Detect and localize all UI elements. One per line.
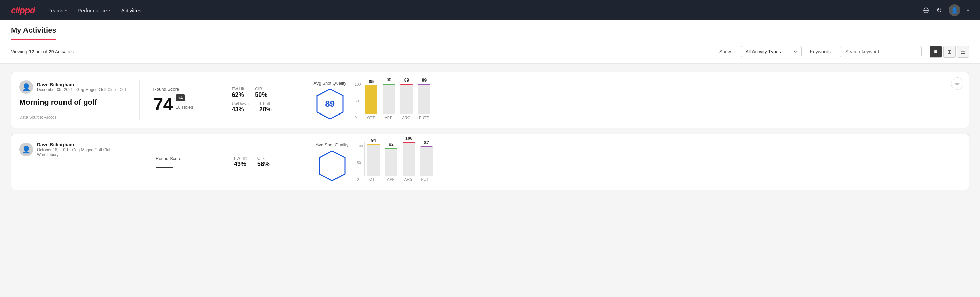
score-badge: +4 xyxy=(175,94,185,101)
viewing-total: 29 xyxy=(49,49,54,54)
user-name: Dave Billingham xyxy=(37,82,126,87)
score-section-2: Round Score xyxy=(156,142,207,182)
score-section: Round Score 74 +4 18 Holes xyxy=(153,80,204,120)
add-icon[interactable]: ⊕ xyxy=(923,5,929,15)
nav-teams[interactable]: Teams ▾ xyxy=(49,8,67,13)
updown-value: 43% xyxy=(232,106,248,113)
avatar-placeholder-icon-2: 👤 xyxy=(22,145,30,153)
updown-stat: Up/Down 43% xyxy=(232,101,248,113)
fw-hit-stat: FW Hit 62% xyxy=(232,87,244,99)
nav-performance[interactable]: Performance ▾ xyxy=(78,8,110,13)
bar-arg-value-2: 106 xyxy=(406,136,412,141)
user-name-2: Dave Billingham xyxy=(37,142,128,147)
activity-card: ✏ 👤 Dave Billingham December 05, 2021 - … xyxy=(11,72,969,128)
y-axis: 100 50 0 xyxy=(355,82,361,120)
gir-stat: GIR 50% xyxy=(255,87,267,99)
label-app-2: APP xyxy=(385,177,397,182)
gir-label: GIR xyxy=(255,87,267,91)
activity-title: Morning round of golf xyxy=(19,98,126,107)
score-value-row: 74 +4 18 Holes xyxy=(153,94,204,113)
card-divider-2 xyxy=(218,80,218,120)
quality-label: Avg Shot Quality xyxy=(313,81,346,86)
user-chevron-icon[interactable]: ▾ xyxy=(967,8,969,13)
quality-hexagon-2 xyxy=(318,150,346,182)
label-ott: OTT xyxy=(365,115,377,120)
main-content: ✏ 👤 Dave Billingham December 05, 2021 - … xyxy=(0,64,980,198)
avatar: 👤 xyxy=(19,80,33,94)
activity-date-2: October 16, 2021 - Gog Magog Golf Club -… xyxy=(37,147,128,157)
score-partial xyxy=(156,166,207,168)
quality-section: Avg Shot Quality 89 100 50 0 xyxy=(313,80,961,120)
bar-app-2: 82 xyxy=(385,142,397,176)
updown-label: Up/Down xyxy=(232,101,248,106)
list-compact-view-button[interactable]: ≡ xyxy=(930,46,942,58)
page-title: My Activities xyxy=(11,26,56,40)
teams-chevron-icon: ▾ xyxy=(65,8,67,13)
label-arg: ARG xyxy=(400,115,412,120)
refresh-icon[interactable]: ↻ xyxy=(936,6,942,14)
bar-arg: 89 xyxy=(400,78,412,114)
nav-right: ⊕ ↻ 👤 ▾ xyxy=(923,5,969,16)
card-divider-4 xyxy=(142,142,142,182)
bar-arg-2: 106 xyxy=(403,136,415,176)
user-avatar[interactable]: 👤 xyxy=(949,5,960,16)
bar-putt-2: 87 xyxy=(420,141,433,176)
one-putt-value: 28% xyxy=(259,106,272,113)
list-view-button[interactable]: ☰ xyxy=(957,46,969,58)
bar-ott-value: 85 xyxy=(369,79,374,84)
bar-ott: 85 xyxy=(365,79,377,114)
gir-value: 50% xyxy=(255,91,267,99)
score-holes: 18 Holes xyxy=(175,105,193,110)
user-info: Dave Billingham December 05, 2021 - Gog … xyxy=(37,82,126,92)
keywords-label: Keywords: xyxy=(810,49,832,54)
fw-hit-stat-2: FW Hit 43% xyxy=(234,156,247,168)
grid-view-button[interactable]: ⊞ xyxy=(943,46,956,58)
user-row: 👤 Dave Billingham December 05, 2021 - Go… xyxy=(19,80,126,94)
activity-date: December 05, 2021 - Gog Magog Golf Club … xyxy=(37,87,126,92)
bar-labels: OTT APP ARG PUTT xyxy=(362,115,443,120)
fw-hit-label: FW Hit xyxy=(232,87,244,91)
navbar: clippd Teams ▾ Performance ▾ Activities … xyxy=(0,0,980,21)
bar-ott-bar-2 xyxy=(368,144,380,176)
search-input[interactable] xyxy=(840,46,921,57)
label-ott-2: OTT xyxy=(367,177,379,182)
bar-arg-value: 89 xyxy=(404,78,409,83)
bar-ott-2: 94 xyxy=(368,138,380,176)
fw-hit-value-2: 43% xyxy=(234,161,247,168)
viewing-text: Viewing 12 out of 29 Activities xyxy=(11,49,711,54)
show-label: Show: xyxy=(719,49,732,54)
card-left-2: 👤 Dave Billingham October 16, 2021 - Gog… xyxy=(19,142,128,182)
score-dash xyxy=(156,166,172,168)
bar-labels-2: OTT APP ARG PUTT xyxy=(364,177,445,182)
filter-bar: Viewing 12 out of 29 Activities Show: Al… xyxy=(0,40,980,64)
score-label-2: Round Score xyxy=(156,156,207,161)
bar-app: 90 xyxy=(383,77,395,114)
stats-row-3: FW Hit 43% GIR 56% xyxy=(234,156,288,168)
data-source: Data Source: Arccos xyxy=(19,115,126,120)
card-divider xyxy=(139,80,140,120)
activity-type-dropdown[interactable]: All Activity Types xyxy=(741,46,802,57)
score-label: Round Score xyxy=(153,87,204,92)
y-axis-2: 100 50 0 xyxy=(357,144,363,182)
svg-marker-1 xyxy=(319,151,345,181)
card-divider-3 xyxy=(299,80,300,120)
quality-section-2: Avg Shot Quality 100 50 0 xyxy=(316,142,961,182)
chart-body: 85 90 89 xyxy=(362,80,443,120)
performance-chevron-icon: ▾ xyxy=(108,8,110,13)
bar-chart: 100 50 0 85 xyxy=(355,80,443,120)
bar-app-value-2: 82 xyxy=(389,142,393,147)
logo[interactable]: clippd xyxy=(11,5,35,16)
bar-arg-bar-2 xyxy=(403,142,415,176)
one-putt-label: 1 Putt xyxy=(259,101,272,106)
quality-display: Avg Shot Quality 89 xyxy=(313,81,346,120)
bar-putt-value: 89 xyxy=(422,78,426,83)
gir-stat-2: GIR 56% xyxy=(258,156,270,168)
edit-button[interactable]: ✏ xyxy=(951,77,963,90)
bar-chart-2: 100 50 0 94 82 xyxy=(357,142,445,182)
nav-links: Teams ▾ Performance ▾ Activities xyxy=(49,8,909,13)
chart-area-2: 100 50 0 94 82 xyxy=(357,142,445,182)
user-info-2: Dave Billingham October 16, 2021 - Gog M… xyxy=(37,142,128,157)
viewing-count: 12 xyxy=(29,49,34,54)
nav-activities[interactable]: Activities xyxy=(121,8,141,13)
bar-ott-bar xyxy=(365,85,377,114)
